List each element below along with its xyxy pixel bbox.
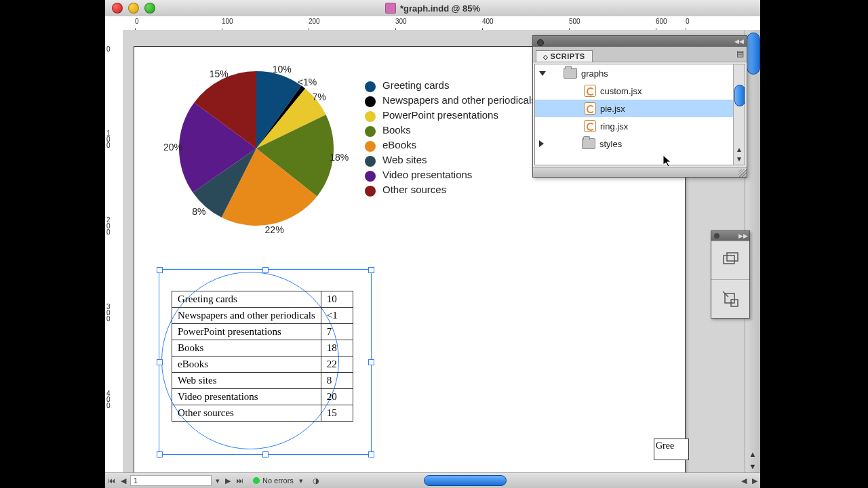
scroll-down-icon[interactable]: ▼ <box>747 461 758 472</box>
ruler-tick: 600 <box>656 18 667 25</box>
table-row[interactable]: Video presentations20 <box>172 389 353 405</box>
legend-swatch-icon <box>365 96 376 107</box>
overflow-text-frame[interactable]: Gree <box>654 439 689 460</box>
ruler-horizontal[interactable]: 0 100 200 300 400 500 600 0 <box>123 16 760 30</box>
legend-item: Web sites <box>365 154 536 167</box>
legend-label: Newspapers and other periodicals <box>382 94 536 106</box>
table-row[interactable]: Books18 <box>172 340 353 357</box>
table-cell-value[interactable]: <1 <box>321 308 353 324</box>
table-cell-value[interactable]: 7 <box>321 324 353 340</box>
tools-dock[interactable]: ▶▶ <box>711 230 750 319</box>
table-cell-label[interactable]: eBooks <box>172 357 321 373</box>
scripts-tree[interactable]: graphs custom.jsxpie.jsxring.jsx styles … <box>534 64 745 165</box>
disclosure-triangle-icon[interactable] <box>539 71 546 76</box>
table-cell-value[interactable]: 20 <box>321 389 353 405</box>
table-cell-value[interactable]: 22 <box>321 357 353 373</box>
page-number-field[interactable]: 1 <box>130 475 212 486</box>
table-cell-value[interactable]: 18 <box>321 340 353 357</box>
dock-header[interactable]: ▶▶ <box>711 231 749 241</box>
pie-slice-label: <1% <box>298 77 317 87</box>
zoom-button[interactable] <box>144 3 155 14</box>
table-cell-label[interactable]: Video presentations <box>172 389 321 405</box>
scroll-up-icon[interactable]: ▲ <box>747 449 758 460</box>
tree-folder-styles[interactable]: styles <box>535 135 745 152</box>
legend-swatch-icon <box>365 171 376 182</box>
legend-label: Video presentations <box>382 169 472 180</box>
table-cell-value[interactable]: 8 <box>321 373 353 389</box>
folder-icon <box>582 138 595 149</box>
script-item[interactable]: ring.jsx <box>535 117 745 135</box>
table-cell-label[interactable]: Books <box>172 340 321 357</box>
next-page-button[interactable]: ▶ <box>222 476 233 485</box>
preflight-status-icon <box>253 477 260 484</box>
panel-menu-button[interactable]: ▤ <box>736 49 744 58</box>
ruler-tick: 0 <box>686 18 690 25</box>
ruler-tick: 200 <box>309 18 320 25</box>
tool-button-1[interactable] <box>711 241 749 279</box>
legend-item: PowerPoint presentations <box>365 109 536 122</box>
minimize-button[interactable] <box>128 3 139 14</box>
tool-button-2[interactable] <box>711 279 749 318</box>
table-row[interactable]: PowerPoint presentations7 <box>172 324 353 340</box>
table-cell-value[interactable]: 15 <box>321 405 353 422</box>
scrollbar-thumb[interactable] <box>747 33 760 75</box>
ruler-tick: 400 <box>106 390 113 409</box>
panel-grip-icon[interactable] <box>537 39 544 46</box>
close-button[interactable] <box>112 3 123 14</box>
dock-grip-icon <box>714 233 719 239</box>
tab-scripts[interactable]: ◇ SCRIPTS <box>536 50 593 62</box>
first-page-button[interactable]: ⏮ <box>105 476 118 485</box>
panel-resize-icon[interactable] <box>738 169 747 177</box>
ruler-tick: 500 <box>569 18 580 25</box>
svg-rect-1 <box>727 253 738 261</box>
table-row[interactable]: Web sites8 <box>172 373 353 389</box>
titlebar[interactable]: *graph.indd @ 85% <box>105 0 760 17</box>
ruler-vertical[interactable]: 0 100 200 300 400 <box>105 30 123 473</box>
legend-item: Video presentations <box>365 169 536 182</box>
panel-header[interactable]: ◀◀ <box>533 36 747 47</box>
script-item[interactable]: custom.jsx <box>535 82 745 100</box>
page-dropdown-button[interactable]: ▾ <box>213 476 222 485</box>
table-cell-label[interactable]: Newspapers and other periodicals <box>172 308 321 324</box>
script-item[interactable]: pie.jsx <box>535 100 745 117</box>
table-row[interactable]: Greeting cards10 <box>172 291 353 308</box>
table-cell-value[interactable]: 10 <box>321 291 353 308</box>
scripts-panel[interactable]: ◀◀ ◇ SCRIPTS ▤ graphs custom.jsxpie.jsxr… <box>532 35 747 178</box>
last-page-button[interactable]: ⏭ <box>233 476 246 485</box>
tree-folder-graphs[interactable]: graphs <box>535 64 745 82</box>
prev-page-button[interactable]: ◀ <box>118 476 129 485</box>
dock-expand-button[interactable]: ▶▶ <box>738 232 748 239</box>
horizontal-scrollbar-thumb[interactable] <box>424 475 507 486</box>
preflight-menu-button[interactable]: ▾ <box>296 476 306 485</box>
legend-item: eBooks <box>365 139 536 152</box>
frame-tool-icon <box>722 251 739 269</box>
pie-slice-label: 10% <box>273 64 292 75</box>
scroll-left-button[interactable]: ◀ <box>738 476 749 485</box>
tree-scrollbar-thumb[interactable] <box>734 85 745 106</box>
scroll-right-button[interactable]: ▶ <box>749 476 760 485</box>
preflight-profile-button[interactable]: ◑ <box>310 476 322 485</box>
table-cell-label[interactable]: Web sites <box>172 373 321 389</box>
ruler-tick: 200 <box>106 217 113 235</box>
table-row[interactable]: eBooks22 <box>172 357 353 373</box>
preflight-status-text: No errors <box>262 476 294 485</box>
panel-collapse-button[interactable]: ◀◀ <box>734 38 744 45</box>
scroll-down-icon[interactable]: ▼ <box>735 155 743 163</box>
legend-item: Newspapers and other periodicals <box>365 94 536 107</box>
table-cell-label[interactable]: Greeting cards <box>172 291 321 308</box>
window-title: *graph.indd @ 85% <box>400 3 480 14</box>
pie-legend: Greeting cardsNewspapers and other perio… <box>365 77 536 199</box>
legend-swatch-icon <box>365 111 376 122</box>
scroll-up-icon[interactable]: ▲ <box>735 146 743 154</box>
table-cell-label[interactable]: PowerPoint presentations <box>172 324 321 340</box>
table-row[interactable]: Other sources15 <box>172 405 353 422</box>
pie-slice-label: 15% <box>210 68 229 79</box>
ruler-origin[interactable] <box>105 16 123 30</box>
tree-scrollbar[interactable]: ▲ ▼ <box>733 64 745 165</box>
pie-slice-label: 22% <box>265 224 284 235</box>
disclosure-triangle-icon[interactable] <box>539 140 544 147</box>
table-cell-label[interactable]: Other sources <box>172 405 321 422</box>
table-row[interactable]: Newspapers and other periodicals<1 <box>172 308 353 324</box>
panel-footer[interactable] <box>533 167 747 177</box>
source-data-table[interactable]: Greeting cards10Newspapers and other per… <box>172 291 353 422</box>
